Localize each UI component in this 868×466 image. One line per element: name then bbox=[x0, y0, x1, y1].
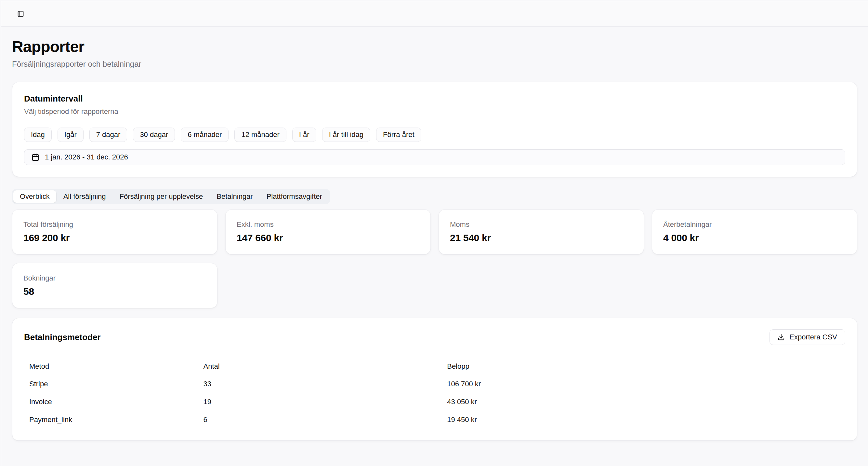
download-icon bbox=[778, 333, 785, 341]
date-preset-button[interactable]: Idag bbox=[24, 127, 52, 142]
stat-label: Total försäljning bbox=[23, 220, 206, 229]
export-csv-label: Exportera CSV bbox=[789, 333, 837, 341]
stat-label: Moms bbox=[450, 220, 632, 229]
cell-count: 6 bbox=[198, 411, 442, 429]
date-preset-button[interactable]: 6 månader bbox=[181, 127, 228, 142]
date-preset-group: Idag Igår 7 dagar 30 dagar 6 månader 12 … bbox=[24, 127, 845, 142]
payment-methods-header: Betalningsmetoder Exportera CSV bbox=[24, 329, 845, 345]
date-preset-button[interactable]: 7 dagar bbox=[89, 127, 127, 142]
page-title: Rapporter bbox=[12, 38, 857, 56]
date-range-subtitle: Välj tidsperiod för rapporterna bbox=[24, 107, 845, 116]
page-header: Rapporter Försäljningsrapporter och beta… bbox=[12, 27, 857, 69]
payment-methods-title: Betalningsmetoder bbox=[24, 332, 101, 342]
stat-value: 169 200 kr bbox=[23, 232, 206, 243]
table-column-header: Metod bbox=[24, 358, 198, 375]
date-preset-button[interactable]: I år bbox=[292, 127, 316, 142]
date-preset-button[interactable]: 12 månader bbox=[235, 127, 286, 142]
table-column-header: Belopp bbox=[442, 358, 845, 375]
stat-cards: Total försäljning 169 200 kr Exkl. moms … bbox=[12, 209, 857, 308]
stat-value: 58 bbox=[23, 286, 206, 297]
app-window: Rapporter Försäljningsrapporter och beta… bbox=[1, 1, 868, 466]
date-preset-button[interactable]: I år till idag bbox=[322, 127, 370, 142]
date-range-card: Datumintervall Välj tidsperiod för rappo… bbox=[12, 82, 857, 177]
cell-amount: 106 700 kr bbox=[442, 375, 845, 393]
report-tab[interactable]: Plattformsavgifter bbox=[260, 191, 329, 203]
report-tab[interactable]: Betalningar bbox=[210, 191, 259, 203]
cell-count: 33 bbox=[198, 375, 442, 393]
date-preset-button[interactable]: Igår bbox=[58, 127, 84, 142]
cell-amount: 19 450 kr bbox=[442, 411, 845, 429]
stat-card: Bokningar 58 bbox=[12, 263, 217, 308]
table-row[interactable]: Stripe 33 106 700 kr bbox=[24, 375, 845, 393]
report-tab[interactable]: Överblick bbox=[13, 191, 56, 203]
date-preset-button[interactable]: 30 dagar bbox=[133, 127, 175, 142]
panel-left-icon bbox=[17, 10, 24, 17]
tabs-row: Överblick All försäljning Försäljning pe… bbox=[12, 189, 857, 204]
calendar-icon bbox=[32, 153, 39, 161]
table-header-row: Metod Antal Belopp bbox=[24, 358, 845, 375]
sidebar-toggle-button[interactable] bbox=[15, 8, 26, 20]
date-range-input[interactable]: 1 jan. 2026 - 31 dec. 2026 bbox=[24, 149, 845, 165]
cell-amount: 43 050 kr bbox=[442, 393, 845, 411]
export-csv-button[interactable]: Exportera CSV bbox=[770, 329, 845, 345]
stat-card: Total försäljning 169 200 kr bbox=[12, 209, 217, 255]
cell-count: 19 bbox=[198, 393, 442, 411]
main-content: Rapporter Försäljningsrapporter och beta… bbox=[1, 27, 868, 441]
top-bar bbox=[1, 1, 868, 27]
report-tab[interactable]: All försäljning bbox=[57, 191, 113, 203]
stat-card: Moms 21 540 kr bbox=[439, 209, 644, 255]
stat-label: Återbetalningar bbox=[663, 220, 846, 229]
cell-method: Invoice bbox=[24, 393, 198, 411]
date-range-value: 1 jan. 2026 - 31 dec. 2026 bbox=[45, 153, 128, 162]
stat-value: 147 660 kr bbox=[237, 232, 420, 243]
date-range-title: Datumintervall bbox=[24, 94, 845, 104]
table-row[interactable]: Payment_link 6 19 450 kr bbox=[24, 411, 845, 429]
cell-method: Stripe bbox=[24, 375, 198, 393]
stat-value: 4 000 kr bbox=[663, 232, 846, 243]
payment-methods-card: Betalningsmetoder Exportera CSV Metod bbox=[12, 318, 857, 441]
stat-card: Återbetalningar 4 000 kr bbox=[652, 209, 857, 255]
cell-method: Payment_link bbox=[24, 411, 198, 429]
stat-label: Bokningar bbox=[23, 274, 206, 283]
stat-card: Exkl. moms 147 660 kr bbox=[225, 209, 431, 255]
table-row[interactable]: Invoice 19 43 050 kr bbox=[24, 393, 845, 411]
payment-methods-table: Metod Antal Belopp Stripe 33 106 700 kr bbox=[24, 358, 845, 429]
stat-value: 21 540 kr bbox=[450, 232, 632, 243]
page-subtitle: Försäljningsrapporter och betalningar bbox=[12, 60, 857, 69]
report-tabs: Överblick All försäljning Försäljning pe… bbox=[12, 189, 330, 204]
date-preset-button[interactable]: Förra året bbox=[376, 127, 421, 142]
stat-label: Exkl. moms bbox=[237, 220, 420, 229]
table-column-header: Antal bbox=[198, 358, 442, 375]
report-tab[interactable]: Försäljning per upplevelse bbox=[113, 191, 210, 203]
